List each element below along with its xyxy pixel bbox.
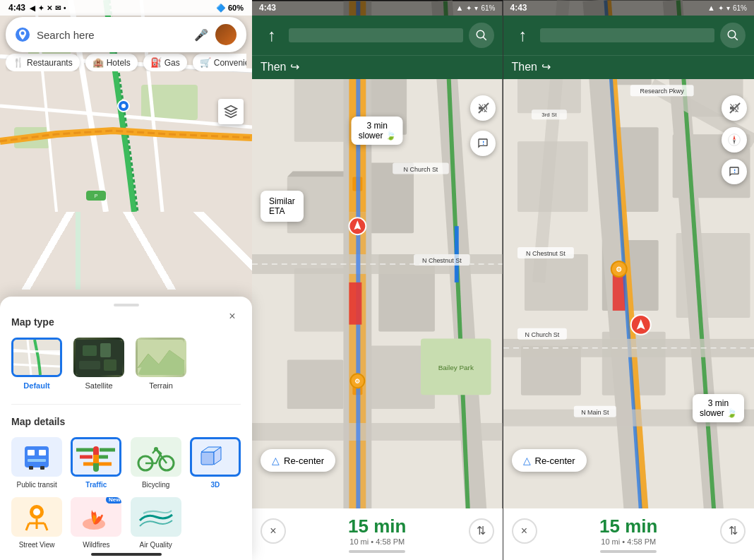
compass-button-right[interactable] [722,127,747,153]
airquality-label: Air Quality [140,541,172,549]
nav-bottom-bar-left: × 15 min 10 mi • 4:58 PM ⇅ [252,508,503,560]
chip-gas[interactable]: ⛽ Gas [143,54,187,71]
airquality-thumb [131,497,181,537]
detail-transit[interactable]: Public transit [11,437,62,489]
chip-convenience[interactable]: 🛒 Convenience [193,54,246,71]
slower-text-right: 3 min [708,398,729,408]
comment-button-right[interactable] [722,159,747,184]
svg-rect-38 [133,439,179,475]
map-type-terrain[interactable]: Terrain [136,338,186,390]
nav-wifi-left: ▾ [474,4,478,12]
svg-text:N Church St: N Church St [404,166,438,173]
detail-traffic[interactable]: Traffic [71,437,121,489]
nav-pane-left: N Chestnut St N Church St Bailey Park ⚙ … [252,0,503,560]
recenter-button-right[interactable]: △ Re-center [512,449,587,472]
chip-label-convenience: Convenience [214,58,246,68]
then-label-left: Then [261,61,286,73]
detail-airquality[interactable]: Air Quality [131,497,181,549]
svg-rect-23 [104,359,116,371]
chip-hotels[interactable]: 🏨 Hotels [85,54,138,71]
close-sheet-button[interactable]: × [224,308,241,325]
detail-streetview[interactable]: Street View [11,497,62,549]
svg-point-11 [121,104,126,108]
wildfires-thumb: New [71,497,121,537]
svg-rect-30 [29,466,33,470]
svg-rect-21 [100,343,111,357]
eta-time-left: 15 min [348,516,406,537]
nav-signal-right: ▲ [707,4,715,12]
routes-icon-left: ⇅ [477,524,486,537]
nav-then-bar-left: Then ↪ [252,55,503,79]
svg-text:N Chestnut St: N Chestnut St [422,257,462,264]
map-type-satellite[interactable]: Satellite [73,338,124,390]
svg-line-96 [483,37,486,40]
recenter-button-left[interactable]: △ Re-center [261,449,335,472]
then-arrow-right: ↪ [541,60,551,73]
status-right-left: 🔷 60% [216,4,244,13]
transit-thumb [11,437,62,477]
nav-status-icons-left: ▲ ✦ ▾ 61% [456,4,496,12]
then-arrow-left: ↪ [290,60,299,73]
routes-button-right[interactable]: ⇅ [720,518,746,544]
cancel-button-right[interactable]: × [512,518,537,544]
recenter-label-right: Re-center [535,455,575,466]
battery-left: 60% [228,4,244,12]
recenter-label-left: Re-center [284,455,324,466]
svg-text:N Chestnut St: N Chestnut St [525,250,565,257]
nav-bottom-main-right: × 15 min 10 mi • 4:58 PM ⇅ [512,516,746,546]
then-label-right: Then [512,61,537,73]
signal-icon: ◀ [30,4,35,12]
nav-battery-left: 61% [481,4,495,12]
eta-distance-left: 10 mi [349,537,369,546]
search-icon-left [475,29,488,42]
svg-rect-31 [40,466,44,470]
right-panel: N Chestnut St N Church St Bailey Park ⚙ … [252,0,754,560]
svg-text:⚙: ⚙ [616,266,622,273]
mute-button-left[interactable] [470,95,496,121]
section-divider [11,404,241,405]
detail-bicycling[interactable]: Bicycling [131,437,181,489]
user-avatar[interactable] [215,24,237,45]
street-name-bar-right [540,28,715,42]
map-type-default[interactable]: Default [11,338,62,390]
svg-rect-29 [28,459,46,462]
satellite-thumb [73,338,124,377]
nav-search-button-left[interactable] [469,23,494,48]
mute-button-right[interactable] [722,95,747,121]
layers-icon [224,105,238,119]
bicycling-label: Bicycling [142,481,169,489]
routes-button-left[interactable]: ⇅ [469,518,494,544]
map-details-title: Map details [11,416,241,427]
terrain-thumb [136,338,186,377]
layers-button[interactable] [218,99,244,124]
svg-rect-85 [349,282,361,325]
search-bar-container: Search here 🎤 [6,17,246,52]
chip-label-gas: Gas [164,58,180,68]
svg-rect-44 [201,452,214,465]
search-bar[interactable]: Search here 🎤 [6,17,246,52]
fork-icon: 🍴 [13,57,24,68]
slower-badge-right: 3 min slower 🍃 [693,394,744,422]
svg-rect-84 [356,1,360,524]
nav-bottom-bar-right: × 15 min 10 mi • 4:58 PM ⇅ [503,508,755,560]
cancel-button-left[interactable]: × [261,518,286,544]
status-bar-left: 4:43 ◀ ✦ ✕ ✉ • 🔷 60% [0,0,252,16]
streetview-thumb [11,497,62,537]
svg-text:N Main St: N Main St [581,409,609,416]
nav-search-button-right[interactable] [720,23,746,48]
search-placeholder[interactable]: Search here [37,29,187,41]
comment-button-left[interactable] [470,131,496,156]
similar-eta-text: SimilarETA [269,196,295,216]
google-maps-logo [16,28,30,42]
gas-icon: ⛽ [150,57,162,68]
nav-header-right: 4:43 ▲ ✦ ▾ 61% Then [503,0,755,79]
mic-button[interactable]: 🎤 [194,28,208,42]
detail-3d[interactable]: 3D [190,437,241,489]
detail-wildfires[interactable]: New Wildfires [71,497,121,549]
nav-status-icons-right: ▲ ✦ ▾ 61% [707,4,747,12]
eta-section-left: 15 min 10 mi • 4:58 PM [348,516,406,546]
similar-eta-badge: SimilarETA [261,191,304,222]
traffic-label: Traffic [85,481,107,489]
chip-restaurants[interactable]: 🍴 Restaurants [6,54,80,71]
satellite-label: Satellite [85,381,112,390]
